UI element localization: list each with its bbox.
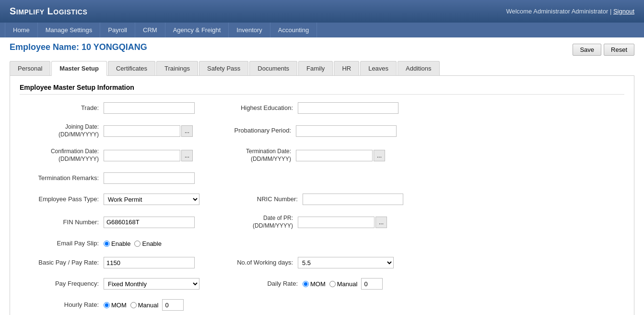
tab-leaves[interactable]: Leaves xyxy=(360,61,397,75)
tab-certificates[interactable]: Certificates xyxy=(108,61,155,75)
employee-pass-type-select[interactable]: Work Permit S Pass E Pass PR Citizen xyxy=(104,194,199,205)
termination-remarks-row: Termination Remarks: xyxy=(20,172,195,184)
nav-crm[interactable]: CRM xyxy=(135,23,165,37)
email-disable-option[interactable]: Enable xyxy=(134,240,161,247)
tab-safety-pass[interactable]: Safety Pass xyxy=(199,61,248,75)
email-pay-slip-row: Email Pay Slip: Enable Enable xyxy=(20,240,162,248)
termination-date-input[interactable] xyxy=(296,150,373,161)
hourly-rate-manual-label: Manual xyxy=(138,302,159,309)
signout-link[interactable]: Signout xyxy=(613,8,634,15)
email-disable-radio[interactable] xyxy=(134,241,141,247)
daily-rate-group: MOM Manual xyxy=(303,278,383,290)
hourly-rate-mom-option[interactable]: MOM xyxy=(104,302,127,309)
hourly-rate-row: Hourly Rate: MOM Manual xyxy=(20,299,184,311)
termination-date-label: Termination Date: (DD/MM/YYYY) xyxy=(212,148,296,163)
hourly-rate-manual-radio[interactable] xyxy=(130,302,137,308)
highest-education-label: Highest Education: xyxy=(214,104,298,112)
welcome-text: Welcome Administrator Administrator | xyxy=(506,8,611,15)
section-title: Employee Master Setup Information xyxy=(20,84,624,95)
pay-frequency-row: Pay Frequency: Fixed Monthly Weekly Dail… xyxy=(20,278,199,290)
nric-number-input[interactable] xyxy=(303,194,403,205)
joining-date-group: ... xyxy=(104,125,193,137)
pay-frequency-select[interactable]: Fixed Monthly Weekly Daily xyxy=(104,278,199,290)
basic-pay-input[interactable] xyxy=(104,257,195,268)
pay-frequency-label: Pay Frequency: xyxy=(20,280,104,288)
joining-date-input[interactable] xyxy=(104,125,180,137)
basic-pay-label: Basic Pay / Pay Rate: xyxy=(20,259,104,267)
page-content: Employee Name: 10 YONGQIANG Save Reset P… xyxy=(0,37,644,315)
email-enable-option[interactable]: Enable xyxy=(104,240,130,247)
nav-payroll[interactable]: Payroll xyxy=(100,23,135,37)
probationary-period-input[interactable] xyxy=(296,125,397,137)
confirmation-date-row: Confirmation Date: (DD/MM/YYYY) ... xyxy=(20,148,193,163)
joining-date-label: Joining Date: (DD/MM/YYYY) xyxy=(20,123,104,138)
nav-manage-settings[interactable]: Manage Settings xyxy=(38,23,101,37)
daily-rate-mom-label: MOM xyxy=(310,280,326,288)
daily-rate-row: Daily Rate: MOM Manual xyxy=(219,278,383,290)
joining-date-picker[interactable]: ... xyxy=(181,125,193,137)
confirmation-date-label: Confirmation Date: (DD/MM/YYYY) xyxy=(20,148,104,163)
tab-personal[interactable]: Personal xyxy=(10,61,50,75)
hourly-rate-mom-radio[interactable] xyxy=(104,302,110,308)
trade-row: Trade: xyxy=(20,102,195,114)
fin-number-row: FIN Number: xyxy=(20,215,195,230)
fin-number-input[interactable] xyxy=(104,217,195,228)
nric-number-label: NRIC Number: xyxy=(219,195,303,204)
basic-pay-row: Basic Pay / Pay Rate: xyxy=(20,257,195,268)
tab-trainings[interactable]: Trainings xyxy=(156,61,198,75)
daily-rate-manual-option[interactable]: Manual xyxy=(329,280,358,288)
probationary-period-row: Probationary Period: xyxy=(212,123,397,138)
nav-agency-freight[interactable]: Agency & Freight xyxy=(165,23,229,37)
hourly-rate-group: MOM Manual xyxy=(104,299,184,311)
logo: Simplify Logistics xyxy=(10,6,87,17)
highest-education-input[interactable] xyxy=(298,102,398,114)
hourly-rate-manual-option[interactable]: Manual xyxy=(130,302,159,309)
confirmation-date-picker[interactable]: ... xyxy=(181,150,193,161)
termination-date-row: Termination Date: (DD/MM/YYYY) ... xyxy=(212,148,385,163)
tab-documents[interactable]: Documents xyxy=(249,61,297,75)
employee-pass-type-row: Employee Pass Type: Work Permit S Pass E… xyxy=(20,194,199,205)
probationary-period-label: Probationary Period: xyxy=(212,127,296,135)
tab-additions[interactable]: Additions xyxy=(398,61,439,75)
employee-pass-type-label: Employee Pass Type: xyxy=(20,195,104,204)
nav-inventory[interactable]: Inventory xyxy=(229,23,270,37)
form-section: Employee Master Setup Information Trade:… xyxy=(10,76,634,315)
nav-home[interactable]: Home xyxy=(5,23,38,37)
working-days-label: No.of Working days: xyxy=(214,259,298,267)
top-bar: Employee Name: 10 YONGQIANG Save Reset xyxy=(10,42,634,57)
tabs: Personal Master Setup Certificates Train… xyxy=(10,61,634,76)
nav-accounting[interactable]: Accounting xyxy=(270,23,317,37)
tab-hr[interactable]: HR xyxy=(334,61,359,75)
save-reset-area: Save Reset xyxy=(573,44,634,56)
date-of-pr-label: Date of PR: (DD/MM/YYYY) xyxy=(214,215,298,230)
reset-button[interactable]: Reset xyxy=(604,44,634,56)
trade-input[interactable] xyxy=(104,102,195,114)
daily-rate-manual-label: Manual xyxy=(337,280,358,288)
confirmation-date-group: ... xyxy=(104,150,193,161)
email-pay-slip-group: Enable Enable xyxy=(104,240,162,247)
tab-family[interactable]: Family xyxy=(298,61,333,75)
daily-rate-manual-radio[interactable] xyxy=(329,281,336,287)
welcome-area: Welcome Administrator Administrator | Si… xyxy=(506,8,634,15)
highest-education-row: Highest Education: xyxy=(214,102,398,114)
working-days-select[interactable]: 5 5.5 6 xyxy=(298,257,394,268)
daily-rate-value-input[interactable] xyxy=(361,278,383,290)
joining-date-row: Joining Date: (DD/MM/YYYY) ... xyxy=(20,123,193,138)
date-of-pr-row: Date of PR: (DD/MM/YYYY) ... xyxy=(214,215,387,230)
tab-master-setup[interactable]: Master Setup xyxy=(51,61,107,76)
hourly-rate-value-input[interactable] xyxy=(162,299,184,311)
termination-date-picker[interactable]: ... xyxy=(374,150,385,161)
save-button[interactable]: Save xyxy=(573,44,601,56)
trade-label: Trade: xyxy=(20,104,104,112)
daily-rate-mom-radio[interactable] xyxy=(303,281,309,287)
navigation: Home Manage Settings Payroll CRM Agency … xyxy=(0,23,644,37)
date-of-pr-input[interactable] xyxy=(298,217,375,228)
date-of-pr-picker[interactable]: ... xyxy=(375,217,387,228)
email-enable-radio[interactable] xyxy=(104,241,110,247)
email-pay-slip-label: Email Pay Slip: xyxy=(20,240,104,248)
termination-remarks-input[interactable] xyxy=(104,172,195,184)
email-enable-label: Enable xyxy=(111,240,130,247)
daily-rate-mom-option[interactable]: MOM xyxy=(303,280,326,288)
termination-date-group: ... xyxy=(296,150,385,161)
confirmation-date-input[interactable] xyxy=(104,150,180,161)
